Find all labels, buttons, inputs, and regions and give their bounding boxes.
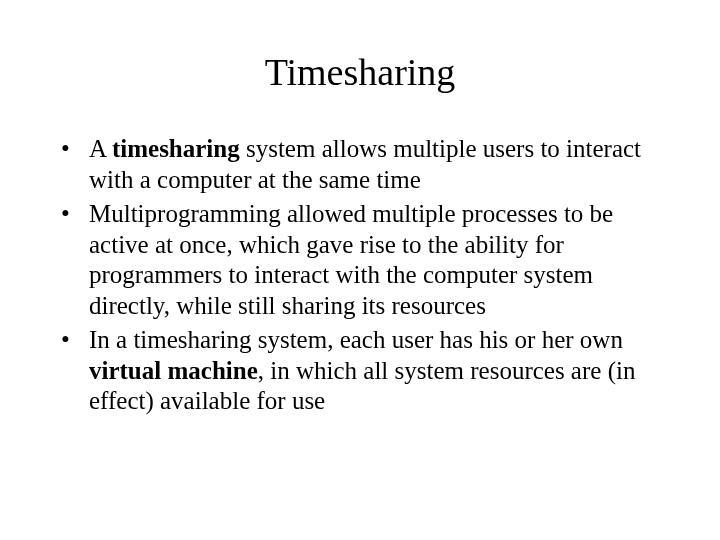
bullet-text-bold: timesharing <box>112 135 240 162</box>
slide: Timesharing A timesharing system allows … <box>0 0 720 540</box>
bullet-text-pre: A <box>89 135 112 162</box>
bullet-item: A timesharing system allows multiple use… <box>55 134 665 195</box>
bullet-text-pre: Multiprogramming allowed multiple proces… <box>89 200 613 319</box>
slide-body: A timesharing system allows multiple use… <box>55 134 665 417</box>
slide-title: Timesharing <box>55 50 665 94</box>
bullet-text-bold: virtual machine <box>89 357 258 384</box>
bullet-item: In a timesharing system, each user has h… <box>55 325 665 417</box>
bullet-item: Multiprogramming allowed multiple proces… <box>55 199 665 321</box>
bullet-text-pre: In a timesharing system, each user has h… <box>89 326 623 353</box>
